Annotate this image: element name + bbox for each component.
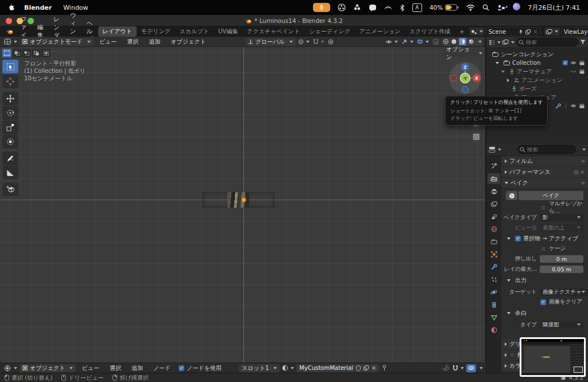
tab-uv-editing[interactable]: UV編集 (214, 26, 242, 37)
shader-menu-node[interactable]: ノード (149, 364, 175, 372)
battery-status[interactable]: 40% (430, 4, 459, 11)
collection-exclude-checkbox[interactable] (563, 60, 568, 65)
close-window-button[interactable] (6, 18, 12, 24)
select-circle-button[interactable] (22, 49, 31, 57)
output-subpanel-header[interactable]: 出力 (501, 274, 588, 287)
tab-physics[interactable] (488, 287, 500, 298)
editor-type-button[interactable] (3, 38, 18, 45)
freestyle-checkbox[interactable] (509, 352, 515, 358)
shader-menu-add[interactable]: 追加 (127, 364, 148, 372)
shading-solid-button[interactable] (451, 38, 457, 45)
snap-magnet-toggle[interactable] (451, 365, 465, 371)
disable-render-camera-icon[interactable] (579, 61, 585, 65)
shader-overlays-toggle[interactable] (466, 364, 476, 372)
tool-rotate[interactable] (2, 106, 18, 120)
outliner-filter-button[interactable] (580, 40, 588, 45)
select-box-button[interactable] (12, 49, 21, 57)
tool-move[interactable] (2, 92, 18, 106)
menubar-window-menu[interactable]: Window (63, 4, 88, 11)
pin-icon[interactable] (519, 29, 523, 34)
shader-editor-type-button[interactable] (3, 365, 18, 372)
pin-icon[interactable] (380, 365, 389, 371)
tab-collection[interactable] (488, 236, 500, 247)
tab-modeling[interactable]: モデリング (137, 26, 175, 37)
gizmo-toggle[interactable] (400, 38, 415, 45)
target-dropdown[interactable]: 画像テクスチャ (540, 289, 588, 296)
from-multires-row[interactable]: マルチレゾから... (501, 202, 588, 212)
tab-constraints[interactable] (488, 299, 500, 310)
shader-type-dropdown[interactable]: オブジェクト (20, 364, 76, 372)
cage-checkbox[interactable] (540, 246, 546, 252)
siri-icon[interactable] (513, 3, 520, 12)
shading-dropdown[interactable] (478, 41, 482, 43)
gizmo-x-axis[interactable]: X (475, 76, 478, 81)
tool-annotate[interactable] (2, 151, 18, 165)
clear-image-row[interactable]: 画像をクリア (501, 297, 588, 307)
new-copy-icon[interactable] (363, 365, 369, 371)
tab-world[interactable] (488, 224, 500, 235)
tab-scripting[interactable]: スクリプト作成 (405, 26, 455, 37)
tool-add-cube[interactable] (2, 182, 18, 196)
transform-orientation-dropdown[interactable]: グローバル (245, 38, 296, 46)
hidden-eye-closed-icon[interactable] (570, 70, 577, 73)
snap-falloff-icon[interactable] (442, 365, 450, 371)
ortho-perspective-button[interactable] (471, 131, 481, 142)
bluetooth-icon[interactable] (400, 4, 405, 11)
tab-add-workspace[interactable]: + (455, 28, 469, 36)
tool-scale[interactable] (2, 120, 18, 134)
unlink-icon[interactable]: × (533, 29, 537, 35)
shader-overlays-dropdown[interactable] (479, 367, 483, 369)
bake-button[interactable]: ベイク (519, 191, 583, 200)
use-nodes-toggle[interactable]: ノードを使用 (179, 364, 222, 372)
outliner-filter-mode-button[interactable] (502, 40, 514, 45)
tab-view-layer[interactable] (488, 198, 500, 209)
tab-shading[interactable]: シェーディング (304, 26, 354, 37)
outliner-display-mode-button[interactable] (489, 40, 501, 45)
from-multires-checkbox[interactable] (540, 205, 546, 211)
tab-texture-paint[interactable]: テクスチャペイント (242, 26, 304, 37)
panel-performance[interactable]: パフォーマンス▤ ≡ (501, 167, 588, 178)
properties-display-button[interactable] (489, 146, 501, 153)
tab-tool[interactable] (488, 161, 500, 171)
tab-animation[interactable]: アニメーション (355, 26, 405, 37)
cage-row[interactable]: ケージ (501, 244, 588, 254)
margin-type-dropdown[interactable]: 隣接面 (540, 321, 583, 329)
input-source-icon[interactable]: A (412, 3, 422, 12)
disable-render-camera-icon[interactable] (579, 104, 585, 108)
screen-share-preview[interactable] (520, 337, 586, 377)
pivot-point-dropdown[interactable] (297, 39, 311, 45)
tab-scene[interactable] (488, 211, 500, 222)
shader-menu-select[interactable]: 選択 (105, 364, 126, 372)
viewlayer-browse-button[interactable] (544, 28, 560, 36)
tab-output[interactable] (488, 186, 500, 197)
outliner-row-animation[interactable]: アニメーション (486, 76, 588, 84)
gizmo-z-axis[interactable]: Z (463, 65, 467, 70)
viewport-menu-object[interactable]: オブジェクト (166, 38, 210, 46)
tool-measure[interactable] (2, 166, 18, 180)
tool-select-box[interactable] (2, 60, 18, 73)
obs-icon[interactable] (338, 3, 346, 11)
tab-modifiers[interactable] (488, 262, 500, 272)
tab-layout[interactable]: レイアウト (98, 26, 137, 37)
tool-cursor[interactable] (2, 75, 18, 88)
properties-search-input[interactable] (517, 145, 576, 154)
shading-wireframe-button[interactable] (443, 38, 449, 45)
spotlight-icon[interactable] (482, 4, 489, 11)
overlays-toggle[interactable] (416, 38, 430, 45)
snap-toggle[interactable] (312, 39, 326, 45)
navigation-gizmo[interactable]: Z X -Y (448, 61, 482, 95)
menubar-app-menu[interactable]: Blender (24, 4, 52, 11)
selected-to-active-header[interactable]: 選択物 → アクティブ (501, 233, 588, 244)
xray-toggle[interactable] (431, 39, 440, 45)
outliner-row-armature-object[interactable]: アーマチュア (486, 67, 588, 76)
properties-options-dropdown[interactable] (582, 149, 586, 151)
tab-sculpt[interactable]: スカルプト (175, 26, 214, 37)
hide-eye-icon[interactable] (570, 104, 577, 108)
shader-menu-view[interactable]: ビュー (77, 364, 103, 372)
new-copy-icon[interactable] (525, 29, 531, 34)
outliner-row-collection[interactable]: Collection (486, 59, 588, 67)
panel-film[interactable]: フィルム≡ (501, 156, 588, 167)
bake-type-dropdown[interactable]: 影 (540, 214, 583, 221)
unlink-material-icon[interactable]: × (372, 365, 376, 371)
selected-to-active-checkbox[interactable] (515, 236, 521, 241)
